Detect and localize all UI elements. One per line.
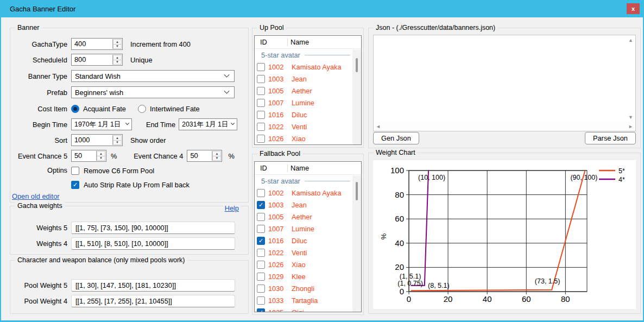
list-item[interactable]: 1007 Lumine bbox=[255, 223, 361, 235]
row-checkbox[interactable] bbox=[257, 237, 265, 245]
json-textarea[interactable]: ▲ ▼ ◄ ► bbox=[373, 35, 636, 131]
row-name: Venti bbox=[292, 123, 307, 131]
row-checkbox[interactable] bbox=[257, 135, 265, 143]
spin-down-icon[interactable]: ▼ bbox=[113, 60, 122, 65]
up-pool-scrollbar[interactable] bbox=[352, 49, 361, 144]
list-item[interactable]: 1022 Venti bbox=[255, 247, 361, 258]
scroll-left-icon[interactable]: ◄ bbox=[376, 124, 381, 129]
parse-json-button[interactable]: Parse Json bbox=[585, 132, 636, 144]
list-item[interactable]: 1026 Xiao bbox=[255, 132, 361, 144]
radio-icon[interactable] bbox=[138, 105, 146, 113]
prefab-select[interactable]: Beginners' wish bbox=[71, 86, 235, 98]
row-checkbox[interactable] bbox=[257, 99, 265, 107]
row-checkbox[interactable] bbox=[257, 189, 265, 197]
row-name: Jean bbox=[292, 75, 307, 83]
list-item[interactable]: 1022 Venti bbox=[255, 121, 361, 132]
row-checkbox[interactable] bbox=[257, 261, 265, 269]
spin-down-icon[interactable]: ▼ bbox=[113, 140, 122, 146]
open-old-editor-link[interactable]: Open old editor bbox=[12, 192, 60, 200]
svg-text:40: 40 bbox=[395, 238, 404, 248]
spin-up-icon[interactable]: ▲ bbox=[113, 135, 122, 140]
optins-option[interactable]: Auto Strip Rate Up From Fall back bbox=[71, 179, 190, 191]
radio-selected-icon[interactable] bbox=[71, 105, 79, 113]
pool-weight-5-input[interactable]: [[1, 30], [147, 150], [181, 10230]] bbox=[71, 279, 235, 292]
row-checkbox[interactable] bbox=[257, 201, 265, 209]
cost-item-option[interactable]: Intertwined Fate bbox=[138, 105, 200, 113]
row-id: 1033 bbox=[268, 296, 292, 305]
row-checkbox[interactable] bbox=[257, 111, 265, 119]
list-item[interactable]: 1033 Tartaglia bbox=[255, 294, 361, 306]
row-id: 1007 bbox=[268, 99, 292, 107]
row-name: Aether bbox=[292, 213, 312, 221]
list-item[interactable]: 1016 Diluc bbox=[255, 235, 361, 247]
spin-down-icon[interactable]: ▼ bbox=[212, 156, 221, 161]
event-chance-4-spinbox[interactable]: 50 ▲ ▼ bbox=[187, 150, 222, 162]
row-checkbox[interactable] bbox=[257, 63, 265, 71]
list-item[interactable]: 1016 Diluc bbox=[255, 109, 361, 121]
title-bar[interactable]: Gacha Banner Editor x bbox=[1, 0, 643, 17]
row-checkbox[interactable] bbox=[257, 123, 265, 131]
scroll-up-icon[interactable]: ▲ bbox=[628, 38, 633, 43]
weights-5-input[interactable]: [[1, 75], [73, 150], [90, 10000]] bbox=[71, 222, 235, 234]
schedule-id-spinbox[interactable]: 800 ▲ ▼ bbox=[71, 54, 123, 66]
row-checkbox[interactable] bbox=[257, 273, 265, 281]
scrollbar-thumb[interactable] bbox=[356, 58, 358, 72]
checkbox-checked-icon[interactable] bbox=[71, 181, 79, 189]
end-time-select[interactable]: 2031年 1月 1日 bbox=[179, 118, 237, 130]
row-checkbox[interactable] bbox=[257, 308, 265, 313]
list-item[interactable]: 1035 Qiqi bbox=[255, 306, 361, 312]
gen-json-button[interactable]: Gen Json bbox=[373, 132, 419, 144]
close-button[interactable]: x bbox=[627, 3, 640, 14]
list-item[interactable]: 1005 Aether bbox=[255, 211, 361, 223]
list-item[interactable]: 1007 Lumine bbox=[255, 97, 361, 109]
spin-down-icon[interactable]: ▼ bbox=[97, 156, 105, 161]
spin-up-icon[interactable]: ▲ bbox=[113, 39, 122, 44]
pool-weight-4-input[interactable]: [[1, 255], [17, 255], [21, 10455]] bbox=[71, 295, 235, 307]
scroll-down-icon[interactable]: ▼ bbox=[628, 115, 633, 120]
banner-type-select[interactable]: Standard Wish bbox=[71, 70, 235, 82]
checkbox-icon[interactable] bbox=[71, 167, 79, 175]
row-checkbox[interactable] bbox=[257, 296, 265, 305]
scrollbar-thumb[interactable] bbox=[356, 182, 358, 200]
event-chance-5-spinbox[interactable]: 50 ▲ ▼ bbox=[71, 150, 106, 162]
spin-up-icon[interactable]: ▲ bbox=[97, 151, 105, 156]
weights-4-input[interactable]: [[1, 510], [8, 510], [10, 10000]] bbox=[71, 237, 235, 250]
event-chance-4-value: 50 bbox=[187, 150, 211, 161]
list-item[interactable]: 1003 Jean bbox=[255, 199, 361, 211]
window-content: Banner GachaType 400 ▲ ▼ Increment from … bbox=[1, 17, 643, 320]
spin-up-icon[interactable]: ▲ bbox=[212, 151, 221, 156]
fallback-pool-list: ID Name 5-star avatar 1002 Kamisato Ayak… bbox=[254, 161, 362, 312]
row-name: Qiqi bbox=[292, 308, 304, 313]
list-item[interactable]: 1002 Kamisato Ayaka bbox=[255, 61, 361, 73]
optins-option[interactable]: Remove C6 Form Pool bbox=[71, 165, 190, 176]
row-checkbox[interactable] bbox=[257, 213, 265, 221]
section-divider bbox=[305, 55, 350, 55]
spin-down-icon[interactable]: ▼ bbox=[113, 44, 122, 49]
sort-spinbox[interactable]: 1000 ▲ ▼ bbox=[71, 134, 123, 146]
column-separator bbox=[287, 38, 288, 46]
cost-item-option[interactable]: Acquaint Fate bbox=[71, 105, 126, 113]
scroll-right-icon[interactable]: ► bbox=[628, 124, 633, 129]
row-checkbox[interactable] bbox=[257, 75, 265, 83]
list-item[interactable]: 1030 Zhongli bbox=[255, 282, 361, 294]
help-link[interactable]: Help bbox=[223, 204, 241, 212]
row-checkbox[interactable] bbox=[257, 87, 265, 95]
gacha-type-spinbox[interactable]: 400 ▲ ▼ bbox=[71, 38, 123, 50]
horizontal-scrollbar[interactable]: ◄ ► bbox=[374, 122, 635, 131]
row-checkbox[interactable] bbox=[257, 285, 265, 293]
row-id: 1016 bbox=[268, 237, 292, 245]
gacha-type-label: GachaType bbox=[15, 40, 67, 48]
list-item[interactable]: 1026 Xiao bbox=[255, 258, 361, 270]
row-name: Jean bbox=[292, 201, 307, 209]
begin-time-select[interactable]: 1970年 1月 1日 bbox=[71, 118, 132, 130]
row-checkbox[interactable] bbox=[257, 249, 265, 257]
list-item[interactable]: 1002 Kamisato Ayaka bbox=[255, 187, 361, 199]
row-id: 1029 bbox=[268, 273, 292, 281]
spin-up-icon[interactable]: ▲ bbox=[113, 55, 122, 60]
fallback-pool-scrollbar[interactable] bbox=[352, 175, 361, 312]
row-id: 1003 bbox=[268, 75, 292, 83]
list-item[interactable]: 1029 Klee bbox=[255, 270, 361, 282]
list-item[interactable]: 1003 Jean bbox=[255, 73, 361, 85]
list-item[interactable]: 1005 Aether bbox=[255, 85, 361, 97]
row-checkbox[interactable] bbox=[257, 225, 265, 233]
